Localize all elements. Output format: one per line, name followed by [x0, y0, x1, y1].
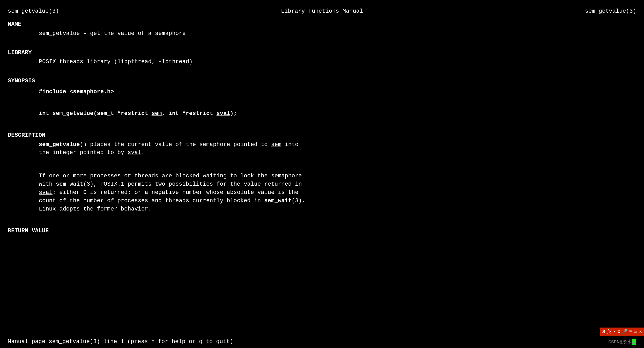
sogou-toolbar: S 英 · ⚙ 🎤 ⌨ ☰ ✕: [600, 328, 644, 336]
sogou-icon5: ☰: [633, 328, 638, 335]
sogou-s-icon: S: [602, 328, 605, 336]
library-link1: libpthread: [117, 59, 152, 65]
desc-p2-with: with: [39, 181, 56, 187]
description-section: DESCRIPTION sem_getvalue() places the cu…: [8, 131, 636, 213]
library-text: POSIX threads library (libpthread, -lpth…: [8, 58, 636, 66]
synopsis-include: #include <semaphore.h>: [8, 88, 636, 96]
desc-p2-semwait: sem_wait: [56, 181, 83, 187]
name-label: NAME: [8, 20, 636, 28]
return-value-label: RETURN VALUE: [8, 227, 636, 235]
desc-semgetvalue: sem_getvalue: [39, 141, 80, 148]
sogou-dot: ·: [613, 328, 616, 335]
synopsis-func: int sem_getvalue(sem_t *restrict sem, in…: [8, 110, 636, 118]
library-post: ): [189, 59, 193, 65]
synopsis-section: SYNOPSIS #include <semaphore.h> int sem_…: [8, 77, 636, 118]
sogou-icon3: 🎤: [622, 328, 627, 335]
desc-p5-text: Linux adopts the former behavior.: [39, 206, 152, 212]
watermark: CSDN@淡水鱼: [608, 339, 636, 345]
desc-para-2: If one or more processes or threads are …: [8, 172, 636, 213]
library-pre: POSIX threads library (: [39, 59, 117, 65]
name-text: sem_getvalue - get the value of a semaph…: [8, 30, 636, 38]
return-value-section: RETURN VALUE: [8, 227, 636, 235]
sogou-icon6: ✕: [639, 328, 642, 335]
header-right: sem_getvalue(3): [585, 7, 636, 16]
desc-p1-mid: () places the current value of the semap…: [80, 141, 271, 148]
header-center: Library Functions Manual: [281, 7, 363, 16]
sogou-label: 英: [607, 328, 612, 335]
man-page-header: sem_getvalue(3) Library Functions Manual…: [8, 5, 636, 16]
desc-p1-line2-end: .: [141, 149, 145, 156]
name-section: NAME sem_getvalue - get the value of a s…: [8, 20, 636, 38]
desc-p4-end: (3).: [292, 198, 305, 204]
synopsis-include-text: #include <semaphore.h>: [39, 89, 114, 95]
library-label: LIBRARY: [8, 49, 636, 57]
description-label: DESCRIPTION: [8, 131, 636, 140]
desc-para-1: sem_getvalue() places the current value …: [8, 141, 636, 157]
library-section: LIBRARY POSIX threads library (libpthrea…: [8, 49, 636, 66]
desc-p1-line2-pre: the integer pointed to by: [39, 149, 128, 156]
desc-p1-end: into: [281, 141, 298, 148]
desc-p1-sem: sem: [271, 141, 282, 148]
func-name: sem_getvalue(sem_t *restrict sem, int *r…: [53, 110, 237, 117]
desc-p4-text: count of the number of processes and thr…: [39, 198, 264, 204]
status-bar-text: Manual page sem_getvalue(3) line 1 (pres…: [8, 338, 631, 346]
sogou-icon2: ⚙: [617, 328, 620, 335]
desc-p1-sval: sval: [128, 149, 141, 156]
status-bar: Manual page sem_getvalue(3) line 1 (pres…: [0, 336, 644, 348]
desc-p3-sval: sval: [39, 189, 53, 196]
desc-p3-text: : either 0 is returned; or a negative nu…: [53, 189, 299, 196]
desc-p2-line2-end: (3), POSIX.1 permits two possibilities f…: [83, 181, 302, 187]
desc-p2-line1: If one or more processes or threads are …: [39, 173, 302, 179]
synopsis-label: SYNOPSIS: [8, 77, 636, 85]
header-left: sem_getvalue(3): [8, 7, 59, 16]
library-link2: -lpthread: [158, 59, 189, 65]
terminal: sem_getvalue(3) Library Functions Manual…: [0, 0, 644, 348]
library-comma: ,: [152, 59, 158, 65]
sogou-icon4: ⌨: [629, 328, 632, 335]
desc-p4-semwait: sem_wait: [264, 198, 292, 204]
synopsis-func-text: int sem_getvalue(sem_t *restrict sem, in…: [39, 110, 237, 117]
